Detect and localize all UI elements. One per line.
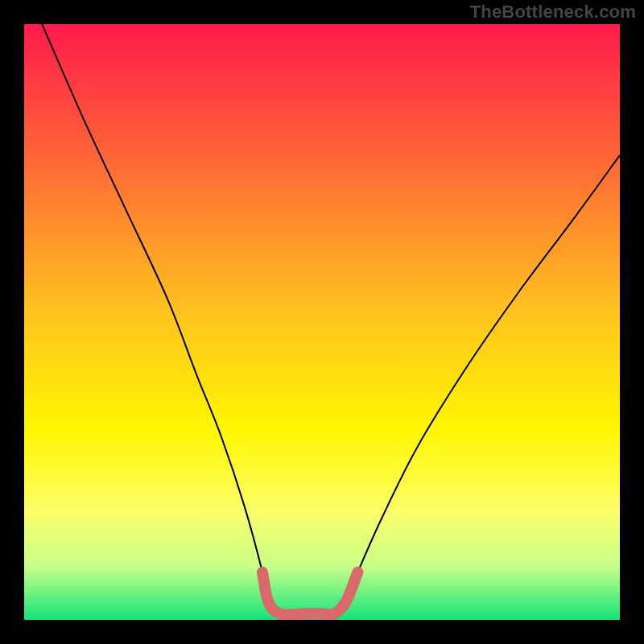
watermark-text: TheBottleneck.com bbox=[470, 2, 636, 23]
chart-stage: TheBottleneck.com bbox=[0, 0, 644, 644]
plot-background bbox=[24, 24, 620, 620]
bottleneck-chart bbox=[0, 0, 644, 644]
